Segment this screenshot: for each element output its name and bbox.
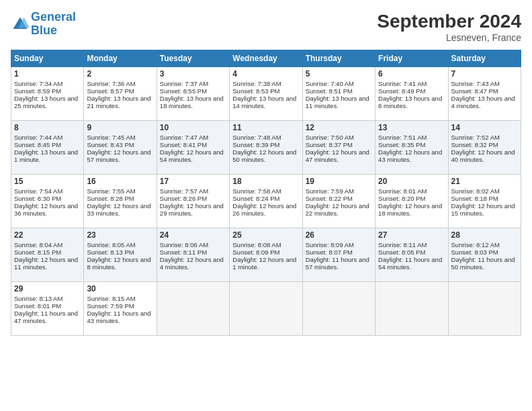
calendar-table: Sunday Monday Tuesday Wednesday Thursday…: [11, 50, 521, 336]
calendar-cell: 19Sunrise: 7:59 AMSunset: 8:22 PMDayligh…: [302, 175, 375, 228]
col-friday: Friday: [375, 50, 448, 67]
header-row: Sunday Monday Tuesday Wednesday Thursday…: [11, 50, 521, 67]
header: GeneralBlue September 2024 Lesneven, Fra…: [11, 11, 521, 43]
day-number: 30: [87, 284, 153, 293]
calendar-cell: 24Sunrise: 8:06 AMSunset: 8:11 PMDayligh…: [157, 228, 229, 282]
day-number: 4: [232, 69, 299, 79]
logo-icon: [11, 15, 30, 34]
calendar-cell: 9Sunrise: 7:45 AMSunset: 8:43 PMDaylight…: [84, 121, 157, 175]
day-number: 26: [306, 230, 372, 240]
calendar-cell: 23Sunrise: 8:05 AMSunset: 8:13 PMDayligh…: [84, 228, 157, 282]
day-number: 19: [306, 177, 372, 186]
calendar-cell: 15Sunrise: 7:54 AMSunset: 8:30 PMDayligh…: [11, 175, 84, 228]
day-number: 7: [451, 69, 518, 79]
col-wednesday: Wednesday: [230, 50, 302, 67]
location: Lesneven, France: [377, 32, 521, 43]
calendar-cell: 5Sunrise: 7:40 AMSunset: 8:51 PMDaylight…: [302, 67, 375, 121]
day-number: 3: [160, 69, 226, 79]
table-row: 22Sunrise: 8:04 AMSunset: 8:15 PMDayligh…: [11, 228, 521, 282]
calendar-cell: [230, 282, 302, 336]
calendar-cell: 10Sunrise: 7:47 AMSunset: 8:41 PMDayligh…: [157, 121, 229, 175]
calendar-cell: 13Sunrise: 7:51 AMSunset: 8:35 PMDayligh…: [375, 121, 448, 175]
day-number: 24: [160, 230, 226, 240]
calendar-cell: 26Sunrise: 8:09 AMSunset: 8:07 PMDayligh…: [302, 228, 375, 282]
day-number: 11: [232, 123, 299, 132]
logo-text: GeneralBlue: [31, 11, 76, 38]
calendar-cell: 3Sunrise: 7:37 AMSunset: 8:55 PMDaylight…: [157, 67, 229, 121]
day-number: 17: [160, 177, 226, 186]
calendar-cell: 28Sunrise: 8:12 AMSunset: 8:03 PMDayligh…: [448, 228, 521, 282]
calendar-cell: 12Sunrise: 7:50 AMSunset: 8:37 PMDayligh…: [302, 121, 375, 175]
day-number: 13: [378, 123, 445, 132]
day-number: 16: [87, 177, 153, 186]
calendar-cell: 6Sunrise: 7:41 AMSunset: 8:49 PMDaylight…: [375, 67, 448, 121]
day-number: 5: [306, 69, 372, 79]
day-number: 10: [160, 123, 226, 132]
col-sunday: Sunday: [11, 50, 84, 67]
table-row: 29Sunrise: 8:13 AMSunset: 8:01 PMDayligh…: [11, 282, 521, 336]
col-monday: Monday: [84, 50, 157, 67]
day-number: 25: [232, 230, 299, 240]
calendar-cell: 7Sunrise: 7:43 AMSunset: 8:47 PMDaylight…: [448, 67, 521, 121]
day-number: 22: [14, 230, 81, 240]
day-number: 1: [14, 69, 81, 79]
day-number: 8: [14, 123, 81, 132]
calendar-cell: [375, 282, 448, 336]
day-number: 27: [378, 230, 445, 240]
calendar-page: GeneralBlue September 2024 Lesneven, Fra…: [0, 0, 532, 411]
day-number: 6: [378, 69, 445, 79]
col-tuesday: Tuesday: [157, 50, 229, 67]
calendar-cell: 4Sunrise: 7:38 AMSunset: 8:53 PMDaylight…: [230, 67, 302, 121]
day-number: 9: [87, 123, 153, 132]
calendar-cell: 14Sunrise: 7:52 AMSunset: 8:32 PMDayligh…: [448, 121, 521, 175]
calendar-cell: 8Sunrise: 7:44 AMSunset: 8:45 PMDaylight…: [11, 121, 84, 175]
calendar-body: 1Sunrise: 7:34 AMSunset: 8:59 PMDaylight…: [11, 67, 521, 336]
day-number: 20: [378, 177, 445, 186]
calendar-cell: 30Sunrise: 8:15 AMSunset: 7:59 PMDayligh…: [84, 282, 157, 336]
day-number: 15: [14, 177, 81, 186]
calendar-cell: 29Sunrise: 8:13 AMSunset: 8:01 PMDayligh…: [11, 282, 84, 336]
calendar-cell: 20Sunrise: 8:01 AMSunset: 8:20 PMDayligh…: [375, 175, 448, 228]
calendar-cell: 22Sunrise: 8:04 AMSunset: 8:15 PMDayligh…: [11, 228, 84, 282]
calendar-cell: 25Sunrise: 8:08 AMSunset: 8:09 PMDayligh…: [230, 228, 302, 282]
table-row: 8Sunrise: 7:44 AMSunset: 8:45 PMDaylight…: [11, 121, 521, 175]
calendar-cell: 16Sunrise: 7:55 AMSunset: 8:28 PMDayligh…: [84, 175, 157, 228]
day-number: 12: [306, 123, 372, 132]
calendar-cell: 21Sunrise: 8:02 AMSunset: 8:18 PMDayligh…: [448, 175, 521, 228]
calendar-cell: 17Sunrise: 7:57 AMSunset: 8:26 PMDayligh…: [157, 175, 229, 228]
day-number: 21: [451, 177, 518, 186]
calendar-cell: [448, 282, 521, 336]
calendar-cell: 1Sunrise: 7:34 AMSunset: 8:59 PMDaylight…: [11, 67, 84, 121]
day-number: 14: [451, 123, 518, 132]
calendar-cell: 2Sunrise: 7:36 AMSunset: 8:57 PMDaylight…: [84, 67, 157, 121]
table-row: 1Sunrise: 7:34 AMSunset: 8:59 PMDaylight…: [11, 67, 521, 121]
day-number: 28: [451, 230, 518, 240]
month-title: September 2024: [377, 11, 521, 32]
calendar-cell: 11Sunrise: 7:48 AMSunset: 8:39 PMDayligh…: [230, 121, 302, 175]
day-number: 18: [232, 177, 299, 186]
col-saturday: Saturday: [448, 50, 521, 67]
calendar-cell: 18Sunrise: 7:58 AMSunset: 8:24 PMDayligh…: [230, 175, 302, 228]
col-thursday: Thursday: [302, 50, 375, 67]
day-number: 23: [87, 230, 153, 240]
calendar-cell: 27Sunrise: 8:11 AMSunset: 8:05 PMDayligh…: [375, 228, 448, 282]
logo: GeneralBlue: [11, 11, 76, 38]
title-block: September 2024 Lesneven, France: [377, 11, 521, 43]
table-row: 15Sunrise: 7:54 AMSunset: 8:30 PMDayligh…: [11, 175, 521, 228]
calendar-cell: [302, 282, 375, 336]
calendar-cell: [157, 282, 229, 336]
day-number: 2: [87, 69, 153, 79]
day-number: 29: [14, 284, 81, 293]
